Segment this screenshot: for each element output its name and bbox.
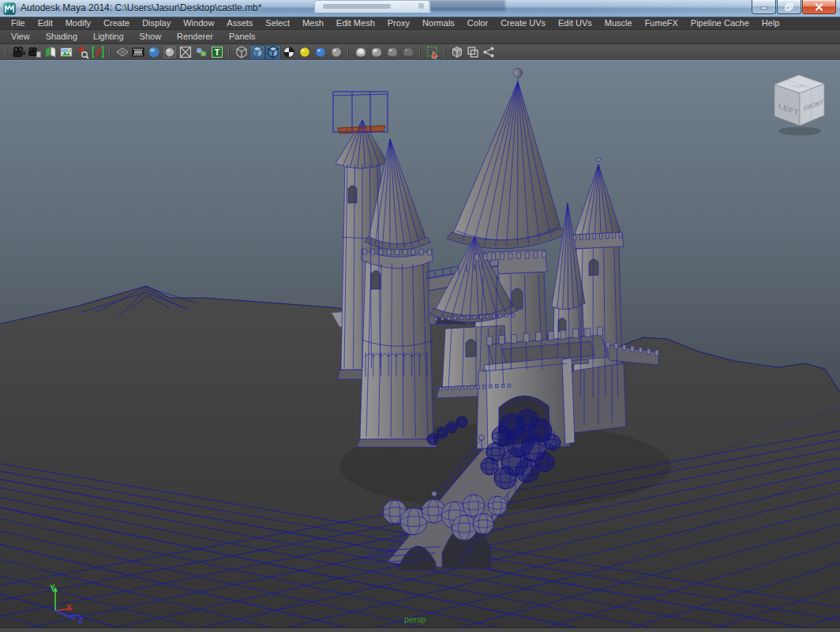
menu-item-normals[interactable]: Normals xyxy=(416,17,461,29)
menu-item-proxy[interactable]: Proxy xyxy=(381,17,416,29)
close-button[interactable] xyxy=(802,0,836,14)
toolbar-grip[interactable] xyxy=(227,46,232,58)
title-bar[interactable]: Autodesk Maya 2014: C:\Users\Jasur\Deskt… xyxy=(0,0,840,17)
axis-x-label: X xyxy=(66,604,72,612)
display-wireframe-on-shaded-icon[interactable] xyxy=(265,45,281,60)
menu-item-window[interactable]: Window xyxy=(177,17,220,29)
display-shaded-icon[interactable] xyxy=(249,45,265,60)
textured-icon[interactable]: T xyxy=(209,45,225,60)
viewport-canvas[interactable]: TOP LEFT FRONT Y X Z persp xyxy=(0,61,840,627)
menu-item-fumefx[interactable]: FumeFX xyxy=(639,17,684,29)
perspective-viewport[interactable]: TOP LEFT FRONT Y X Z persp xyxy=(0,61,840,627)
toolbar-grip[interactable] xyxy=(346,46,351,58)
toolbar-grip[interactable] xyxy=(418,46,423,58)
lighting-flat-icon[interactable] xyxy=(400,45,416,60)
panel-menu-item-show[interactable]: Show xyxy=(132,30,170,43)
menu-item-edit[interactable]: Edit xyxy=(32,17,59,29)
menu-item-help[interactable]: Help xyxy=(756,17,786,29)
minimize-button[interactable] xyxy=(752,0,776,14)
menu-item-file[interactable]: File xyxy=(5,17,32,29)
flat-shade-all-icon[interactable] xyxy=(162,45,178,60)
menu-item-edit-mesh[interactable]: Edit Mesh xyxy=(330,17,381,29)
menu-item-muscle[interactable]: Muscle xyxy=(598,17,639,29)
blue-ball-icon[interactable] xyxy=(313,45,328,60)
menu-item-color[interactable]: Color xyxy=(461,17,494,29)
menu-item-mesh[interactable]: Mesh xyxy=(296,17,330,29)
toolbar-grip[interactable] xyxy=(107,46,113,58)
frame-overlay-icon[interactable] xyxy=(465,45,481,60)
camera-name-label: persp xyxy=(404,615,426,624)
panel-menu-item-lighting[interactable]: Lighting xyxy=(85,30,132,43)
lighting-all-icon[interactable] xyxy=(369,45,384,60)
panel-menu-item-view[interactable]: View xyxy=(3,30,38,43)
bookmarks-icon[interactable] xyxy=(58,45,74,60)
svg-text:T: T xyxy=(215,47,220,57)
panel-menu-item-shading[interactable]: Shading xyxy=(38,30,85,43)
maya-window: Autodesk Maya 2014: C:\Users\Jasur\Deskt… xyxy=(0,0,840,632)
gray-ball-icon[interactable] xyxy=(328,45,344,60)
background-window-edge xyxy=(429,0,505,11)
yellow-ball-icon[interactable] xyxy=(297,45,313,60)
lighting-default-icon[interactable] xyxy=(353,45,369,60)
camera-attributes-icon[interactable] xyxy=(43,45,58,60)
menu-item-create[interactable]: Create xyxy=(97,17,136,29)
toolbar-grip[interactable] xyxy=(442,46,448,58)
background-tab-close-icon xyxy=(418,3,424,9)
axis-z-label: Z xyxy=(78,616,83,625)
cube-display-icon[interactable] xyxy=(449,45,465,60)
menu-item-pipeline-cache[interactable]: Pipeline Cache xyxy=(684,17,756,29)
use-default-material-icon[interactable] xyxy=(281,45,297,60)
maya-app-icon xyxy=(3,2,16,15)
xray-icon[interactable] xyxy=(193,45,209,60)
axis-y-label: Y xyxy=(50,584,55,592)
panel-menu-item-renderer[interactable]: Renderer xyxy=(169,30,221,43)
menu-item-assets[interactable]: Assets xyxy=(220,17,259,29)
panel-menu-item-panels[interactable]: Panels xyxy=(221,30,264,43)
lighting-selected-icon[interactable] xyxy=(384,45,400,60)
window-title: Autodesk Maya 2014: C:\Users\Jasur\Deskt… xyxy=(21,0,261,17)
pan-zoom-icon[interactable] xyxy=(74,45,90,60)
select-camera-icon[interactable] xyxy=(11,45,27,60)
menu-item-create-uvs[interactable]: Create UVs xyxy=(494,17,552,29)
lock-camera-icon[interactable] xyxy=(27,45,43,60)
menu-item-display[interactable]: Display xyxy=(136,17,177,29)
menu-item-select[interactable]: Select xyxy=(259,17,296,29)
toolbar-grip[interactable] xyxy=(4,46,9,58)
share-nodes-icon[interactable] xyxy=(481,45,497,60)
smooth-shade-all-icon[interactable] xyxy=(146,45,162,60)
grease-pencil-icon[interactable] xyxy=(90,45,106,60)
wireframe-mode-icon[interactable] xyxy=(114,45,130,60)
background-window-tab xyxy=(314,0,431,13)
panel-menu-bar: ViewShadingLightingShowRendererPanels xyxy=(0,30,840,44)
window-bottom-frame xyxy=(0,627,840,632)
bounding-box-icon[interactable] xyxy=(178,45,193,60)
menu-item-edit-uvs[interactable]: Edit UVs xyxy=(552,17,598,29)
isolate-select-icon[interactable] xyxy=(425,45,441,60)
background-tab-text-smudge xyxy=(323,4,391,9)
menu-item-modify[interactable]: Modify xyxy=(59,17,97,29)
panel-toolbar: T xyxy=(0,44,840,61)
restore-button[interactable] xyxy=(777,0,801,14)
points-mode-icon[interactable] xyxy=(130,45,146,60)
menu-bar: FileEditModifyCreateDisplayWindowAssetsS… xyxy=(0,17,840,30)
display-wireframe-icon[interactable] xyxy=(234,45,249,60)
